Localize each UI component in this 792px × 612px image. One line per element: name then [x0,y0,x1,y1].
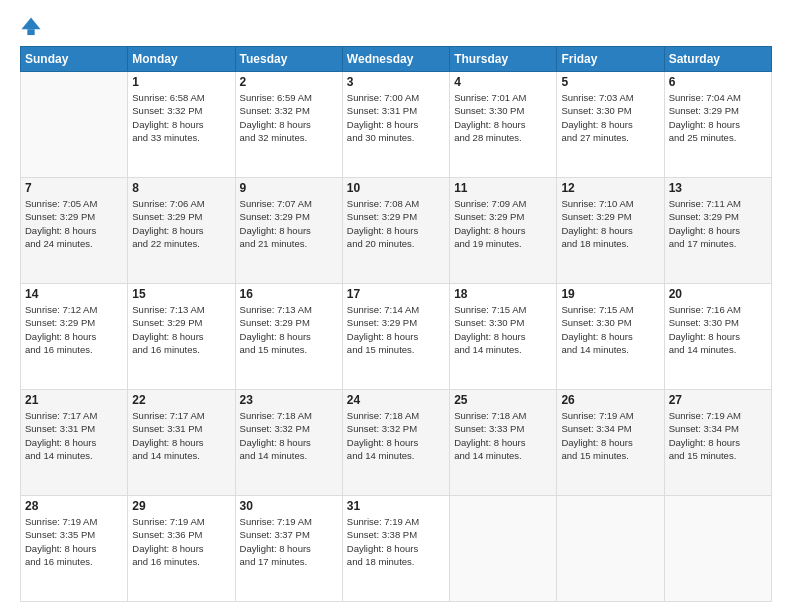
day-number: 1 [132,75,230,89]
calendar-cell: 13Sunrise: 7:11 AM Sunset: 3:29 PM Dayli… [664,178,771,284]
calendar-header-row: SundayMondayTuesdayWednesdayThursdayFrid… [21,47,772,72]
day-header-tuesday: Tuesday [235,47,342,72]
calendar-week-row: 7Sunrise: 7:05 AM Sunset: 3:29 PM Daylig… [21,178,772,284]
day-number: 27 [669,393,767,407]
calendar-week-row: 1Sunrise: 6:58 AM Sunset: 3:32 PM Daylig… [21,72,772,178]
day-info: Sunrise: 7:18 AM Sunset: 3:32 PM Dayligh… [347,409,445,462]
calendar-cell: 2Sunrise: 6:59 AM Sunset: 3:32 PM Daylig… [235,72,342,178]
day-number: 22 [132,393,230,407]
calendar-cell: 9Sunrise: 7:07 AM Sunset: 3:29 PM Daylig… [235,178,342,284]
day-info: Sunrise: 7:06 AM Sunset: 3:29 PM Dayligh… [132,197,230,250]
day-info: Sunrise: 6:59 AM Sunset: 3:32 PM Dayligh… [240,91,338,144]
day-number: 31 [347,499,445,513]
calendar-cell: 26Sunrise: 7:19 AM Sunset: 3:34 PM Dayli… [557,390,664,496]
day-info: Sunrise: 7:18 AM Sunset: 3:32 PM Dayligh… [240,409,338,462]
calendar-cell: 28Sunrise: 7:19 AM Sunset: 3:35 PM Dayli… [21,496,128,602]
day-number: 11 [454,181,552,195]
calendar-cell: 10Sunrise: 7:08 AM Sunset: 3:29 PM Dayli… [342,178,449,284]
day-info: Sunrise: 7:13 AM Sunset: 3:29 PM Dayligh… [240,303,338,356]
day-info: Sunrise: 7:19 AM Sunset: 3:34 PM Dayligh… [561,409,659,462]
calendar-cell: 18Sunrise: 7:15 AM Sunset: 3:30 PM Dayli… [450,284,557,390]
day-info: Sunrise: 7:19 AM Sunset: 3:38 PM Dayligh… [347,515,445,568]
calendar-cell: 8Sunrise: 7:06 AM Sunset: 3:29 PM Daylig… [128,178,235,284]
calendar-cell: 4Sunrise: 7:01 AM Sunset: 3:30 PM Daylig… [450,72,557,178]
calendar-cell [21,72,128,178]
calendar-cell [664,496,771,602]
day-number: 18 [454,287,552,301]
logo [20,16,44,40]
calendar-cell: 20Sunrise: 7:16 AM Sunset: 3:30 PM Dayli… [664,284,771,390]
day-header-saturday: Saturday [664,47,771,72]
calendar-cell: 5Sunrise: 7:03 AM Sunset: 3:30 PM Daylig… [557,72,664,178]
day-number: 10 [347,181,445,195]
day-info: Sunrise: 7:09 AM Sunset: 3:29 PM Dayligh… [454,197,552,250]
day-number: 30 [240,499,338,513]
calendar-cell: 11Sunrise: 7:09 AM Sunset: 3:29 PM Dayli… [450,178,557,284]
page: SundayMondayTuesdayWednesdayThursdayFrid… [0,0,792,612]
day-number: 8 [132,181,230,195]
day-info: Sunrise: 7:07 AM Sunset: 3:29 PM Dayligh… [240,197,338,250]
calendar-week-row: 28Sunrise: 7:19 AM Sunset: 3:35 PM Dayli… [21,496,772,602]
calendar-cell: 27Sunrise: 7:19 AM Sunset: 3:34 PM Dayli… [664,390,771,496]
day-header-sunday: Sunday [21,47,128,72]
day-number: 17 [347,287,445,301]
calendar-cell: 12Sunrise: 7:10 AM Sunset: 3:29 PM Dayli… [557,178,664,284]
day-header-friday: Friday [557,47,664,72]
svg-rect-1 [27,29,34,35]
logo-icon [20,16,42,38]
calendar-cell: 31Sunrise: 7:19 AM Sunset: 3:38 PM Dayli… [342,496,449,602]
calendar-cell: 14Sunrise: 7:12 AM Sunset: 3:29 PM Dayli… [21,284,128,390]
day-info: Sunrise: 7:16 AM Sunset: 3:30 PM Dayligh… [669,303,767,356]
day-number: 21 [25,393,123,407]
calendar-cell: 25Sunrise: 7:18 AM Sunset: 3:33 PM Dayli… [450,390,557,496]
day-info: Sunrise: 6:58 AM Sunset: 3:32 PM Dayligh… [132,91,230,144]
day-number: 15 [132,287,230,301]
day-info: Sunrise: 7:13 AM Sunset: 3:29 PM Dayligh… [132,303,230,356]
day-number: 26 [561,393,659,407]
calendar-cell: 23Sunrise: 7:18 AM Sunset: 3:32 PM Dayli… [235,390,342,496]
calendar-cell: 15Sunrise: 7:13 AM Sunset: 3:29 PM Dayli… [128,284,235,390]
calendar-cell: 16Sunrise: 7:13 AM Sunset: 3:29 PM Dayli… [235,284,342,390]
day-number: 3 [347,75,445,89]
day-number: 6 [669,75,767,89]
day-info: Sunrise: 7:03 AM Sunset: 3:30 PM Dayligh… [561,91,659,144]
day-info: Sunrise: 7:17 AM Sunset: 3:31 PM Dayligh… [132,409,230,462]
calendar-cell: 17Sunrise: 7:14 AM Sunset: 3:29 PM Dayli… [342,284,449,390]
day-info: Sunrise: 7:19 AM Sunset: 3:36 PM Dayligh… [132,515,230,568]
day-info: Sunrise: 7:05 AM Sunset: 3:29 PM Dayligh… [25,197,123,250]
day-info: Sunrise: 7:08 AM Sunset: 3:29 PM Dayligh… [347,197,445,250]
svg-marker-0 [21,17,40,29]
day-number: 2 [240,75,338,89]
day-number: 4 [454,75,552,89]
day-info: Sunrise: 7:12 AM Sunset: 3:29 PM Dayligh… [25,303,123,356]
day-header-monday: Monday [128,47,235,72]
calendar-cell: 1Sunrise: 6:58 AM Sunset: 3:32 PM Daylig… [128,72,235,178]
day-info: Sunrise: 7:18 AM Sunset: 3:33 PM Dayligh… [454,409,552,462]
day-info: Sunrise: 7:19 AM Sunset: 3:34 PM Dayligh… [669,409,767,462]
calendar-cell [450,496,557,602]
day-number: 9 [240,181,338,195]
day-number: 29 [132,499,230,513]
day-info: Sunrise: 7:01 AM Sunset: 3:30 PM Dayligh… [454,91,552,144]
day-number: 12 [561,181,659,195]
header [20,16,772,40]
calendar-cell: 19Sunrise: 7:15 AM Sunset: 3:30 PM Dayli… [557,284,664,390]
day-header-thursday: Thursday [450,47,557,72]
day-number: 13 [669,181,767,195]
calendar-week-row: 14Sunrise: 7:12 AM Sunset: 3:29 PM Dayli… [21,284,772,390]
day-number: 19 [561,287,659,301]
day-info: Sunrise: 7:04 AM Sunset: 3:29 PM Dayligh… [669,91,767,144]
day-number: 7 [25,181,123,195]
calendar-cell: 22Sunrise: 7:17 AM Sunset: 3:31 PM Dayli… [128,390,235,496]
calendar-cell: 6Sunrise: 7:04 AM Sunset: 3:29 PM Daylig… [664,72,771,178]
day-number: 20 [669,287,767,301]
calendar-cell: 30Sunrise: 7:19 AM Sunset: 3:37 PM Dayli… [235,496,342,602]
day-info: Sunrise: 7:00 AM Sunset: 3:31 PM Dayligh… [347,91,445,144]
day-number: 16 [240,287,338,301]
day-number: 24 [347,393,445,407]
day-info: Sunrise: 7:14 AM Sunset: 3:29 PM Dayligh… [347,303,445,356]
calendar-cell: 21Sunrise: 7:17 AM Sunset: 3:31 PM Dayli… [21,390,128,496]
day-info: Sunrise: 7:11 AM Sunset: 3:29 PM Dayligh… [669,197,767,250]
day-number: 14 [25,287,123,301]
calendar-cell: 29Sunrise: 7:19 AM Sunset: 3:36 PM Dayli… [128,496,235,602]
